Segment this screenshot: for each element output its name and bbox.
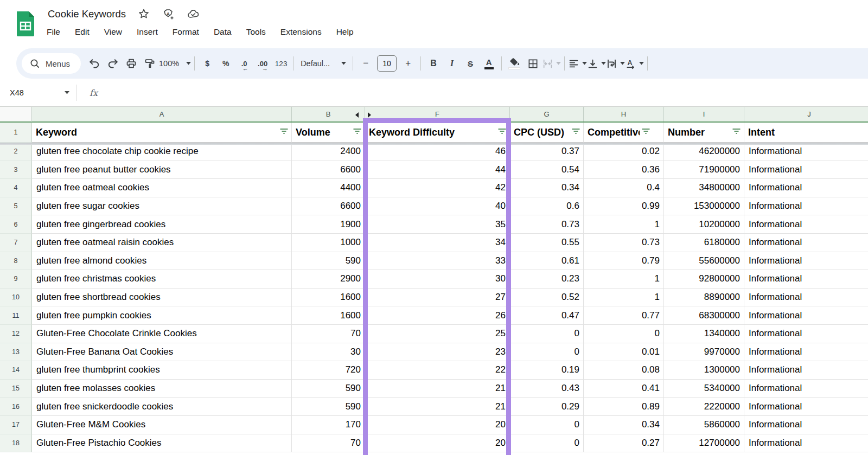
cell-H3[interactable]: 0.36 xyxy=(584,161,664,180)
cell-J9[interactable]: Informational xyxy=(744,270,868,289)
row-number-6[interactable]: 6 xyxy=(0,215,32,234)
cell-G13[interactable]: 0 xyxy=(510,343,584,362)
cell-G10[interactable]: 0.52 xyxy=(510,289,584,307)
cell-F3[interactable]: 44 xyxy=(365,161,510,180)
cell-J16[interactable]: Informational xyxy=(744,398,868,416)
cell-J7[interactable]: Informational xyxy=(744,234,868,252)
cell-F14[interactable]: 22 xyxy=(365,361,510,380)
italic-button[interactable]: I xyxy=(443,54,461,73)
cell-B13[interactable]: 30 xyxy=(292,343,365,362)
filter-icon[interactable] xyxy=(571,127,581,138)
cell-B6[interactable]: 1900 xyxy=(292,215,365,234)
cell-B15[interactable]: 590 xyxy=(292,380,365,398)
filter-icon[interactable] xyxy=(497,127,507,138)
cell-I9[interactable]: 92800000 xyxy=(664,270,744,289)
cell-I2[interactable]: 46200000 xyxy=(664,143,744,161)
cell-H5[interactable]: 0.99 xyxy=(584,197,664,216)
decrease-font-size-button[interactable]: − xyxy=(356,54,375,73)
cell-B2[interactable]: 2400 xyxy=(292,143,365,161)
cell-B12[interactable]: 70 xyxy=(292,325,365,343)
cell-J11[interactable]: Informational xyxy=(744,306,868,325)
cell-H14[interactable]: 0.08 xyxy=(584,361,664,380)
filter-icon[interactable] xyxy=(641,127,651,138)
cell-J15[interactable]: Informational xyxy=(744,380,868,398)
cell-G8[interactable]: 0.61 xyxy=(510,252,584,271)
menu-data[interactable]: Data xyxy=(214,27,232,37)
cell-J13[interactable]: Informational xyxy=(744,343,868,362)
cell-B17[interactable]: 170 xyxy=(292,416,365,434)
cell-J8[interactable]: Informational xyxy=(744,252,868,271)
row-number-2[interactable]: 2 xyxy=(0,143,32,161)
cell-G17[interactable]: 0 xyxy=(510,416,584,434)
font-family-select[interactable]: Defaul... xyxy=(297,54,349,73)
cell-I5[interactable]: 153000000 xyxy=(664,197,744,216)
cell-I4[interactable]: 34800000 xyxy=(664,179,744,197)
merge-cells-button[interactable] xyxy=(542,54,561,73)
cell-B4[interactable]: 4400 xyxy=(292,179,365,197)
column-header-G[interactable]: G xyxy=(510,107,584,121)
cell-A3[interactable]: gluten free peanut butter cookies xyxy=(32,161,292,180)
cell-J17[interactable]: Informational xyxy=(744,416,868,434)
cell-A12[interactable]: Gluten-Free Chocolate Crinkle Cookies xyxy=(32,325,292,343)
cell-G6[interactable]: 0.73 xyxy=(510,215,584,234)
menu-extensions[interactable]: Extensions xyxy=(280,27,322,37)
row-number-7[interactable]: 7 xyxy=(0,234,32,252)
text-rotation-button[interactable]: A xyxy=(625,54,644,73)
increase-decimal-button[interactable]: .00→ xyxy=(253,54,272,73)
bold-button[interactable]: B xyxy=(424,54,443,73)
undo-button[interactable] xyxy=(85,54,104,73)
cell-A4[interactable]: gluten free oatmeal cookies xyxy=(32,179,292,197)
cell-B9[interactable]: 2900 xyxy=(292,270,365,289)
cell-I10[interactable]: 8890000 xyxy=(664,289,744,307)
select-all-corner[interactable] xyxy=(0,107,32,123)
cell-A7[interactable]: gluten free oatmeal raisin cookies xyxy=(32,234,292,252)
cell-G18[interactable]: 0 xyxy=(510,434,584,453)
cell-F17[interactable]: 20 xyxy=(365,416,510,434)
row-number-12[interactable]: 12 xyxy=(0,325,32,343)
cell-I7[interactable]: 6180000 xyxy=(664,234,744,252)
column-header-A[interactable]: A xyxy=(32,107,292,121)
cell-H16[interactable]: 0.89 xyxy=(584,398,664,416)
cell-J2[interactable]: Informational xyxy=(744,143,868,161)
decrease-decimal-button[interactable]: .0← xyxy=(235,54,253,73)
formula-input[interactable] xyxy=(98,79,868,106)
cell-F2[interactable]: 46 xyxy=(365,143,510,161)
cell-H10[interactable]: 1 xyxy=(584,289,664,307)
cell-A10[interactable]: gluten free shortbread cookies xyxy=(32,289,292,307)
column-header-B[interactable]: B xyxy=(292,107,365,121)
header-cell-competitive-density[interactable]: Competitive Density xyxy=(584,123,664,143)
cell-H18[interactable]: 0.27 xyxy=(584,434,664,453)
menu-tools[interactable]: Tools xyxy=(246,27,266,37)
cell-H7[interactable]: 0.73 xyxy=(584,234,664,252)
print-button[interactable] xyxy=(122,54,141,73)
cell-F8[interactable]: 33 xyxy=(365,252,510,271)
menu-insert[interactable]: Insert xyxy=(137,27,158,37)
row-number-18[interactable]: 18 xyxy=(0,434,32,453)
row-number-16[interactable]: 16 xyxy=(0,398,32,416)
font-size-input[interactable]: 10 xyxy=(377,55,397,72)
document-status-cloud-icon[interactable] xyxy=(187,8,200,21)
cell-J14[interactable]: Informational xyxy=(744,361,868,380)
header-cell-number[interactable]: Number xyxy=(664,123,744,143)
cell-F12[interactable]: 25 xyxy=(365,325,510,343)
cell-J3[interactable]: Informational xyxy=(744,161,868,180)
cell-G3[interactable]: 0.54 xyxy=(510,161,584,180)
row-number-15[interactable]: 15 xyxy=(0,380,32,398)
cell-A8[interactable]: gluten free almond cookies xyxy=(32,252,292,271)
hidden-columns-right-arrow[interactable] xyxy=(368,112,371,118)
cell-J4[interactable]: Informational xyxy=(744,179,868,197)
add-label-icon[interactable]: A xyxy=(162,8,175,21)
cell-G9[interactable]: 0.23 xyxy=(510,270,584,289)
cell-G5[interactable]: 0.6 xyxy=(510,197,584,216)
cell-A15[interactable]: gluten free molasses cookies xyxy=(32,380,292,398)
row-number-3[interactable]: 3 xyxy=(0,161,32,180)
vertical-align-button[interactable] xyxy=(587,54,606,73)
cell-B14[interactable]: 720 xyxy=(292,361,365,380)
row-number-10[interactable]: 10 xyxy=(0,289,32,307)
column-header-I[interactable]: I xyxy=(664,107,744,121)
cell-F4[interactable]: 42 xyxy=(365,179,510,197)
cell-B11[interactable]: 1600 xyxy=(292,306,365,325)
document-title[interactable]: Cookie Keywords xyxy=(48,8,126,20)
cell-A11[interactable]: gluten free pumpkin cookies xyxy=(32,306,292,325)
cell-G2[interactable]: 0.37 xyxy=(510,143,584,161)
